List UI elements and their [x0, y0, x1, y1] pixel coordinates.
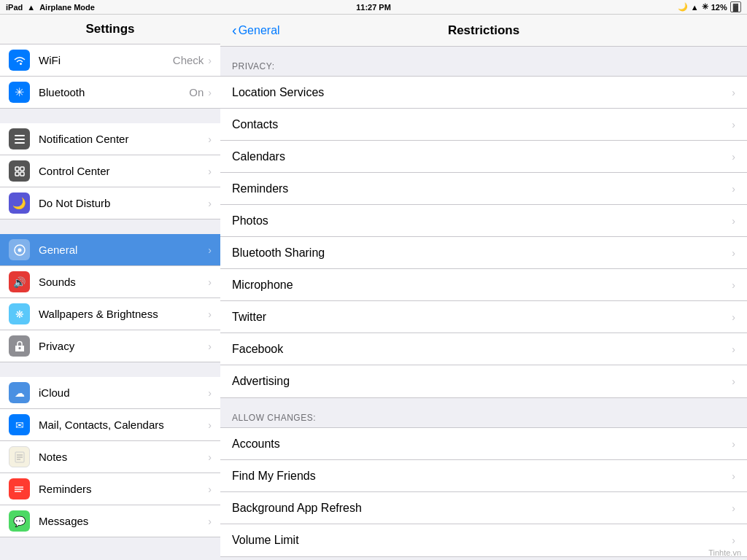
sidebar-item-control-center[interactable]: Control Center › — [0, 155, 220, 187]
row-bluetooth-sharing[interactable]: Bluetooth Sharing › — [220, 237, 747, 269]
chevron-right-icon: › — [208, 166, 212, 177]
chevron-right-icon: › — [208, 516, 212, 527]
notification-center-icon — [9, 128, 30, 149]
row-find-my-friends[interactable]: Find My Friends › — [220, 460, 747, 492]
sidebar-item-mail[interactable]: ✉ Mail, Contacts, Calendars › — [0, 409, 220, 441]
sidebar-item-bluetooth-label: Bluetooth — [39, 86, 189, 98]
icloud-icon: ☁ — [9, 382, 30, 403]
sidebar-item-general-label: General — [39, 244, 208, 256]
advertising-label: Advertising — [232, 375, 732, 388]
microphone-label: Microphone — [232, 279, 732, 292]
privacy-list-group: Location Services › Contacts › Calendars… — [220, 76, 747, 398]
facebook-label: Facebook — [232, 343, 732, 356]
accounts-label: Accounts — [232, 438, 732, 451]
chevron-right-icon: › — [208, 308, 212, 320]
sidebar-item-notes[interactable]: Notes › — [0, 441, 220, 473]
svg-point-8 — [18, 248, 21, 252]
sounds-icon: 🔊 — [9, 271, 30, 292]
back-button[interactable]: ‹ General — [232, 22, 280, 39]
sidebar-item-sounds-label: Sounds — [39, 276, 208, 288]
sidebar-item-bluetooth[interactable]: ✳ Bluetooth On › — [0, 77, 220, 109]
status-time: 11:27 PM — [356, 3, 391, 12]
row-accounts[interactable]: Accounts › — [220, 428, 747, 460]
sidebar-item-bluetooth-value: On — [189, 86, 204, 98]
svg-rect-1 — [15, 139, 25, 140]
chevron-right-icon: › — [208, 133, 212, 145]
battery-icon: ▓ — [730, 1, 741, 12]
chevron-right-icon: › — [732, 534, 735, 546]
reminders-label: Reminders — [232, 182, 732, 195]
row-contacts[interactable]: Contacts › — [220, 109, 747, 141]
signal-icon: ▲ — [691, 3, 699, 12]
sidebar-title: Settings — [0, 15, 220, 44]
row-calendars[interactable]: Calendars › — [220, 141, 747, 173]
svg-point-17 — [15, 486, 16, 488]
reminders-icon — [9, 478, 30, 499]
bluetooth-status-icon: ✳ — [702, 2, 708, 12]
chevron-right-icon: › — [208, 451, 212, 463]
chevron-right-icon: › — [732, 247, 735, 259]
sidebar-item-mail-label: Mail, Contacts, Calendars — [39, 419, 208, 431]
row-photos[interactable]: Photos › — [220, 205, 747, 237]
back-label: General — [239, 24, 280, 37]
sidebar-item-do-not-disturb[interactable]: 🌙 Do Not Disturb › — [0, 187, 220, 219]
detail-header: ‹ General Restrictions — [220, 15, 747, 47]
status-bar: iPad ▲ Airplane Mode 11:27 PM 🌙 ▲ ✳ 12% … — [0, 0, 747, 15]
general-icon — [9, 239, 30, 260]
sidebar: Settings WiFi Check › ✳ Bluetooth — [0, 15, 220, 560]
twitter-label: Twitter — [232, 311, 732, 324]
wifi-icon — [9, 50, 30, 71]
sidebar-item-privacy-label: Privacy — [39, 340, 208, 352]
sidebar-item-messages[interactable]: 💬 Messages › — [0, 505, 220, 537]
row-facebook[interactable]: Facebook › — [220, 333, 747, 365]
chevron-right-icon: › — [732, 343, 735, 355]
group-separator-1 — [0, 109, 220, 123]
sidebar-item-wifi-value: Check — [173, 54, 204, 66]
svg-rect-3 — [15, 167, 19, 171]
calendars-label: Calendars — [232, 150, 732, 163]
sidebar-item-reminders[interactable]: Reminders › — [0, 473, 220, 505]
messages-icon: 💬 — [9, 510, 30, 532]
chevron-right-icon: › — [732, 438, 735, 450]
find-my-friends-label: Find My Friends — [232, 470, 732, 483]
privacy-section: PRIVACY: Location Services › Contacts › … — [220, 61, 747, 398]
chevron-right-icon: › — [208, 87, 212, 98]
photos-label: Photos — [232, 214, 732, 228]
svg-rect-6 — [20, 172, 24, 176]
background-app-refresh-label: Background App Refresh — [232, 502, 732, 515]
sidebar-item-icloud[interactable]: ☁ iCloud › — [0, 377, 220, 409]
svg-rect-2 — [15, 142, 25, 144]
svg-point-18 — [15, 489, 16, 490]
ipad-label: iPad — [6, 3, 23, 12]
sidebar-item-dnd-label: Do Not Disturb — [39, 197, 208, 209]
sidebar-item-privacy[interactable]: Privacy › — [0, 330, 220, 362]
allow-changes-section-label: ALLOW CHANGES: — [220, 413, 747, 427]
chevron-right-icon: › — [732, 502, 735, 514]
sidebar-item-wifi[interactable]: WiFi Check › — [0, 44, 220, 77]
row-background-app-refresh[interactable]: Background App Refresh › — [220, 492, 747, 524]
row-reminders[interactable]: Reminders › — [220, 173, 747, 205]
row-twitter[interactable]: Twitter › — [220, 301, 747, 333]
sidebar-item-icloud-label: iCloud — [39, 386, 208, 399]
chevron-right-icon: › — [208, 55, 212, 66]
chevron-right-icon: › — [208, 419, 212, 431]
bluetooth-icon: ✳ — [9, 82, 30, 103]
chevron-right-icon: › — [208, 198, 212, 209]
chevron-right-icon: › — [732, 470, 735, 482]
chevron-right-icon: › — [732, 183, 735, 195]
sidebar-item-wallpapers[interactable]: ❋ Wallpapers & Brightness › — [0, 298, 220, 330]
sidebar-item-control-label: Control Center — [39, 165, 208, 177]
svg-point-19 — [15, 491, 16, 492]
battery-label: 12% — [711, 3, 727, 12]
sidebar-item-general[interactable]: General › — [0, 234, 220, 266]
chevron-right-icon: › — [208, 244, 212, 256]
sidebar-item-sounds[interactable]: 🔊 Sounds › — [0, 266, 220, 298]
row-volume-limit[interactable]: Volume Limit › — [220, 524, 747, 556]
row-advertising[interactable]: Advertising › — [220, 365, 747, 397]
row-location-services[interactable]: Location Services › — [220, 77, 747, 109]
group-separator-3 — [0, 362, 220, 377]
control-center-icon — [9, 160, 30, 182]
chevron-right-icon: › — [732, 151, 735, 163]
row-microphone[interactable]: Microphone › — [220, 269, 747, 301]
sidebar-item-notification-center[interactable]: Notification Center › — [0, 123, 220, 155]
